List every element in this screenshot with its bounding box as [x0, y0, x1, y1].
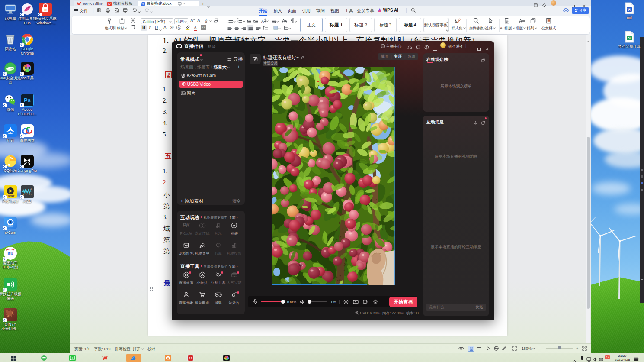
svg-text:itu: itu	[7, 251, 13, 256]
svg-text:OBS: OBS	[25, 67, 29, 69]
svg-text:Player: Player	[6, 194, 15, 197]
svg-text:S: S	[628, 36, 631, 40]
svg-text:3: 3	[30, 187, 32, 190]
svg-text:e: e	[44, 7, 47, 12]
svg-text:W: W	[628, 7, 631, 12]
